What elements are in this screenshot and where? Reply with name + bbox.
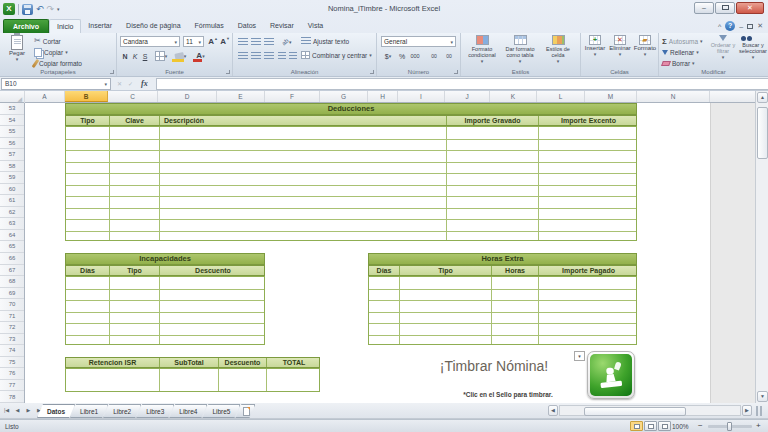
timbrar-dropdown[interactable]: ▾ <box>574 351 585 361</box>
column-header-I[interactable]: I <box>398 91 445 102</box>
scroll-left-button[interactable]: ◀ <box>548 405 558 416</box>
delete-cells-button[interactable]: ✕ Eliminar▾ <box>608 35 632 69</box>
row-header-61[interactable]: 61 <box>0 195 24 207</box>
percent-button[interactable]: % <box>397 50 407 62</box>
totales-body[interactable] <box>65 368 320 391</box>
help-icon[interactable]: ? <box>725 21 735 31</box>
sheet-tab-libre2[interactable]: Libre2 <box>103 404 141 418</box>
worksheet-grid[interactable]: 5354555657585960616263646566676869707172… <box>0 103 755 403</box>
sheet-tab-libre1[interactable]: Libre1 <box>70 404 108 418</box>
dialog-launcher-icon[interactable] <box>454 70 458 74</box>
row-header-54[interactable]: 54 <box>0 115 24 127</box>
row-header-72[interactable]: 72 <box>0 322 24 334</box>
timbrar-stamp-button[interactable] <box>587 351 635 399</box>
deducciones-body[interactable] <box>65 126 637 241</box>
vertical-scrollbar[interactable]: ▲ ▼ <box>755 91 768 403</box>
row-header-69[interactable]: 69 <box>0 288 24 300</box>
wrap-text-button[interactable]: Ajustar texto <box>301 36 349 46</box>
shrink-font-button[interactable]: A▼ <box>219 35 231 47</box>
fill-color-button[interactable]: ▾ <box>172 50 189 62</box>
increase-decimal-button[interactable]: 00 <box>427 50 441 62</box>
cell-styles-button[interactable]: Estilos de celda▾ <box>540 35 576 69</box>
align-center-button[interactable] <box>250 50 262 62</box>
italic-button[interactable]: K <box>130 50 140 62</box>
format-as-table-button[interactable]: Dar formato como tabla▾ <box>502 35 538 69</box>
next-sheet-button[interactable]: ▶ <box>24 405 33 416</box>
align-middle-button[interactable] <box>250 36 262 48</box>
bold-button[interactable]: N <box>120 50 130 62</box>
workbook-minimize-icon[interactable]: – <box>739 23 743 30</box>
column-header-E[interactable]: E <box>217 91 265 102</box>
row-header-77[interactable]: 77 <box>0 380 24 392</box>
column-header-H[interactable]: H <box>368 91 398 102</box>
formula-input[interactable] <box>156 78 768 90</box>
row-header-64[interactable]: 64 <box>0 230 24 242</box>
insert-function-icon[interactable]: fx <box>141 79 148 88</box>
horizontal-scroll-track[interactable] <box>559 405 741 416</box>
row-header-78[interactable]: 78 <box>0 392 24 404</box>
row-header-57[interactable]: 57 <box>0 149 24 161</box>
grow-font-button[interactable]: A▲ <box>207 35 219 47</box>
minimize-button[interactable]: – <box>694 2 714 14</box>
format-cells-button[interactable]: ▰ Formato▾ <box>633 35 657 69</box>
column-header-D[interactable]: D <box>158 91 217 102</box>
row-header-56[interactable]: 56 <box>0 138 24 150</box>
ribbon-tab-insertar[interactable]: Insertar <box>81 19 119 33</box>
save-icon[interactable] <box>22 4 33 15</box>
zoom-in-button[interactable]: + <box>756 422 761 430</box>
align-left-button[interactable] <box>237 50 249 62</box>
first-sheet-button[interactable]: |◀ <box>2 405 11 416</box>
workbook-restore-icon[interactable] <box>747 24 753 29</box>
sheet-tab-libre5[interactable]: Libre5 <box>202 404 240 418</box>
row-header-68[interactable]: 68 <box>0 276 24 288</box>
qat-dropdown-icon[interactable]: ▾ <box>57 6 60 12</box>
sort-filter-button[interactable]: Ordenar y filtrar▾ <box>709 35 737 69</box>
copy-button[interactable]: Copiar ▾ <box>34 47 68 57</box>
row-header-67[interactable]: 67 <box>0 265 24 277</box>
column-header-N[interactable]: N <box>637 91 710 102</box>
ribbon-tab-revisar[interactable]: Revisar <box>263 19 301 33</box>
sheet-tab-datos[interactable]: Datos <box>37 404 75 418</box>
horizontal-scrollbar[interactable]: ◀ ▶ <box>548 405 766 416</box>
decrease-decimal-button[interactable]: 00 <box>442 50 456 62</box>
format-painter-button[interactable]: Copiar formato <box>34 58 82 68</box>
normal-view-button[interactable] <box>630 421 643 431</box>
row-header-71[interactable]: 71 <box>0 311 24 323</box>
name-box-dropdown-icon[interactable]: ▾ <box>104 81 107 87</box>
collapse-ribbon-icon[interactable]: ^ <box>718 23 721 30</box>
autosum-button[interactable]: Σ Autosuma▾ <box>662 36 703 46</box>
column-header-G[interactable]: G <box>320 91 368 102</box>
row-header-65[interactable]: 65 <box>0 241 24 253</box>
font-size-select[interactable]: 11▾ <box>183 36 204 47</box>
zoom-slider-thumb[interactable] <box>727 422 732 431</box>
row-header-76[interactable]: 76 <box>0 368 24 380</box>
fill-button[interactable]: Rellenar▾ <box>662 47 699 57</box>
underline-button[interactable]: S <box>140 50 150 62</box>
borders-button[interactable]: ▾ <box>153 50 169 62</box>
column-header-B[interactable]: B <box>65 91 108 102</box>
column-header-L[interactable]: L <box>537 91 585 102</box>
paste-button[interactable]: Pegar ▾ <box>3 35 31 69</box>
row-header-63[interactable]: 63 <box>0 218 24 230</box>
row-header-75[interactable]: 75 <box>0 357 24 369</box>
cut-button[interactable]: ✂ Cortar <box>34 36 61 46</box>
dialog-launcher-icon[interactable] <box>370 70 374 74</box>
scroll-up-button[interactable]: ▲ <box>757 92 768 103</box>
row-header-66[interactable]: 66 <box>0 253 24 265</box>
redo-icon[interactable]: ↷ <box>47 4 55 15</box>
insert-cells-button[interactable]: + Insertar▾ <box>583 35 607 69</box>
row-header-74[interactable]: 74 <box>0 345 24 357</box>
scroll-right-button[interactable]: ▶ <box>742 405 752 416</box>
file-tab[interactable]: Archivo <box>3 19 49 33</box>
font-name-select[interactable]: Candara▾ <box>120 36 180 47</box>
conditional-formatting-button[interactable]: Formato condicional▾ <box>464 35 500 69</box>
column-header-C[interactable]: C <box>108 91 158 102</box>
ribbon-tab-inicio[interactable]: Inicio <box>49 19 81 33</box>
column-header-M[interactable]: M <box>585 91 637 102</box>
column-header-K[interactable]: K <box>490 91 537 102</box>
page-layout-view-button[interactable] <box>644 421 657 431</box>
select-all-corner[interactable]: ◢ <box>0 91 25 103</box>
dialog-launcher-icon[interactable] <box>110 70 114 74</box>
dialog-launcher-icon[interactable] <box>226 70 230 74</box>
close-button[interactable]: ✕ <box>736 2 764 14</box>
